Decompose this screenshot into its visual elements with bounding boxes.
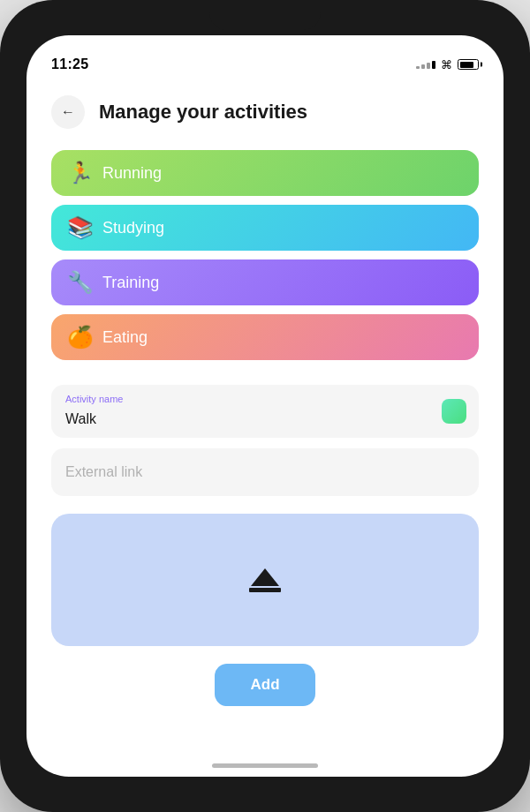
color-picker-button[interactable] xyxy=(442,399,466,424)
battery-icon xyxy=(458,59,479,70)
activity-list: 🏃 Running 📚 Studying 🔧 Training 🍊 Eating xyxy=(51,150,479,360)
back-button[interactable]: ← xyxy=(51,95,85,129)
content-area: ← Manage your activities 🏃 Running 📚 Stu… xyxy=(26,81,504,777)
upload-base-icon xyxy=(249,588,281,592)
activity-item-running[interactable]: 🏃 Running xyxy=(51,150,479,196)
eating-label: Eating xyxy=(102,328,148,347)
phone-screen: 11:25 ⌘ ← Manage your activities xyxy=(26,35,504,777)
external-link-wrapper[interactable]: External link xyxy=(51,448,479,496)
status-bar: 11:25 ⌘ xyxy=(26,35,504,81)
running-label: Running xyxy=(102,164,162,183)
notch xyxy=(209,0,321,30)
home-indicator xyxy=(212,763,318,768)
studying-label: Studying xyxy=(102,219,164,237)
activity-item-training[interactable]: 🔧 Training xyxy=(51,259,479,305)
page-title: Manage your activities xyxy=(99,101,307,124)
activity-item-eating[interactable]: 🍊 Eating xyxy=(51,314,479,360)
upload-arrow-icon xyxy=(251,568,279,586)
external-link-input: External link xyxy=(65,464,142,479)
running-emoji: 🏃 xyxy=(67,162,94,184)
phone-frame: 11:25 ⌘ ← Manage your activities xyxy=(0,0,530,812)
status-icons: ⌘ xyxy=(416,58,479,71)
activity-name-label: Activity name xyxy=(65,394,123,404)
signal-dots-icon xyxy=(416,61,435,69)
activity-name-input[interactable] xyxy=(65,395,465,427)
upload-icon xyxy=(249,568,281,592)
form-section: Activity name External link xyxy=(51,385,479,496)
status-time: 11:25 xyxy=(51,56,88,72)
wifi-icon: ⌘ xyxy=(441,58,452,71)
eating-emoji: 🍊 xyxy=(67,327,94,348)
training-emoji: 🔧 xyxy=(67,272,94,293)
upload-area[interactable] xyxy=(51,514,479,646)
studying-emoji: 📚 xyxy=(67,217,94,238)
header: ← Manage your activities xyxy=(51,81,479,150)
activity-item-studying[interactable]: 📚 Studying xyxy=(51,205,479,251)
activity-name-wrapper: Activity name xyxy=(51,385,479,438)
training-label: Training xyxy=(102,274,159,292)
add-button[interactable]: Add xyxy=(215,664,314,706)
